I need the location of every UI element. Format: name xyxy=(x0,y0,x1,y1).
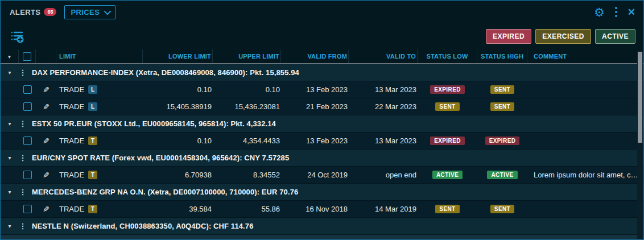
group-title: EUR/CNY SPOT RATE (Forex vwd, EU00014583… xyxy=(32,154,289,162)
row-spacer xyxy=(1,98,19,115)
column-header-status-low[interactable]: STATUS LOW xyxy=(418,49,477,63)
status-low-badge: EXPIRED xyxy=(430,85,465,94)
edit-pencil-icon[interactable]: ✎ xyxy=(43,102,49,111)
status-low-cell: SENT xyxy=(418,98,477,115)
lower-limit-cell: 6.70938 xyxy=(143,167,213,183)
table-row: ✎TRADEL15,405.3891915,436.2308121 Feb 20… xyxy=(1,98,643,115)
upper-limit-cell: 4,354.4433 xyxy=(213,133,281,149)
column-header-valid-from[interactable]: VALID FROM xyxy=(281,49,349,63)
limit-type-label: TRADE xyxy=(59,102,84,111)
vertical-scrollbar[interactable] xyxy=(637,51,643,239)
limit-tag-badge: L xyxy=(88,102,97,111)
valid-to-cell: 14 Mar 2019 xyxy=(349,201,418,217)
column-header-lower-limit[interactable]: LOWER LIMIT xyxy=(143,49,213,63)
edit-pencil-icon[interactable]: ✎ xyxy=(43,205,49,214)
group-kebab-icon[interactable]: ⋮ xyxy=(19,68,27,77)
valid-from-cell: 24 Oct 2019 xyxy=(281,167,349,183)
edit-pencil-icon[interactable]: ✎ xyxy=(43,136,49,146)
collapse-group-icon[interactable]: ▾ xyxy=(1,121,19,127)
upper-limit-cell: 15,436.23081 xyxy=(213,98,281,115)
group-title: MERCEDES-BENZ GRP NA O.N. (Xetra, DE0007… xyxy=(32,188,298,196)
limit-type-label: TRADE xyxy=(59,136,84,145)
collapse-group-icon[interactable]: ▾ xyxy=(1,189,19,195)
column-header-upper-limit[interactable]: UPPER LIMIT xyxy=(213,49,281,63)
lower-limit-cell: 0.10 xyxy=(143,133,213,149)
row-spacer xyxy=(1,133,19,149)
select-all-header[interactable] xyxy=(19,49,36,63)
view-selector-label: PRICES xyxy=(71,8,100,16)
status-high-cell: SENT xyxy=(477,201,527,217)
row-checkbox-cell xyxy=(19,81,36,98)
row-spacer xyxy=(1,167,19,183)
group-row[interactable]: ▾⋮NESTLE N (Switzerland, CH0038863350, A… xyxy=(1,217,643,234)
comment-cell xyxy=(527,81,643,98)
limit-cell: TRADET xyxy=(56,167,143,183)
status-low-cell: EXPIRED xyxy=(418,81,477,98)
row-checkbox[interactable] xyxy=(23,85,32,94)
limit-tag-badge: T xyxy=(88,205,97,213)
kebab-menu-icon[interactable] xyxy=(614,6,618,18)
scrollbar-thumb[interactable] xyxy=(638,52,642,143)
alert-count-badge: 65 xyxy=(44,8,56,16)
limit-cell: TRADEL xyxy=(56,98,143,115)
row-checkbox[interactable] xyxy=(23,102,32,111)
alerts-window: ALERTS 65 PRICES ⚙ ✕ xyxy=(0,0,644,240)
expand-all-header[interactable]: ▾ xyxy=(1,49,19,63)
limit-type-label: TRADE xyxy=(59,205,84,213)
row-edit-cell: ✎ xyxy=(36,98,56,115)
column-header-status-high[interactable]: STATUS HIGH xyxy=(477,49,527,63)
group-row[interactable]: ▾⋮ESTX 50 PR.EUR (STOXX Ltd., EU00096581… xyxy=(1,115,643,132)
edit-pencil-icon[interactable]: ✎ xyxy=(43,85,49,94)
comment-cell xyxy=(527,133,643,149)
comment-cell xyxy=(527,98,643,115)
status-low-badge: EXPIRED xyxy=(430,136,465,145)
column-header-valid-to[interactable]: VALID TO xyxy=(349,49,418,63)
row-edit-cell: ✎ xyxy=(36,81,56,98)
add-alert-list-icon[interactable] xyxy=(10,29,24,44)
status-low-badge: SENT xyxy=(435,205,459,213)
limit-tag-badge: T xyxy=(88,136,97,145)
upper-limit-cell: 55.86 xyxy=(213,201,281,217)
status-high-badge: SENT xyxy=(490,205,514,213)
group-kebab-icon[interactable]: ⋮ xyxy=(19,188,27,196)
status-low-cell: EXPIRED xyxy=(418,133,477,149)
group-kebab-icon[interactable]: ⋮ xyxy=(19,222,27,230)
edit-pencil-icon[interactable]: ✎ xyxy=(43,171,49,180)
filter-button-active[interactable]: ACTIVE xyxy=(595,29,635,44)
title-bar: ALERTS 65 PRICES ⚙ ✕ xyxy=(1,1,643,23)
group-row[interactable]: ▾⋮MERCEDES-BENZ GRP NA O.N. (Xetra, DE00… xyxy=(1,183,643,200)
valid-from-cell: 21 Feb 2023 xyxy=(281,98,349,115)
chevron-down-icon xyxy=(104,7,112,15)
valid-to-cell: open end xyxy=(349,167,418,183)
gear-icon[interactable]: ⚙ xyxy=(594,6,605,18)
select-all-checkbox[interactable] xyxy=(23,52,31,61)
lower-limit-cell: 39.584 xyxy=(143,201,213,217)
valid-to-cell: 13 Mar 2023 xyxy=(349,133,418,149)
valid-from-cell: 13 Feb 2023 xyxy=(281,81,349,98)
table-row: ✎TRADET39.58455.8616 Nov 201814 Mar 2019… xyxy=(1,200,643,217)
filter-button-expired[interactable]: EXPIRED xyxy=(486,29,531,44)
row-checkbox[interactable] xyxy=(23,171,32,179)
collapse-group-icon[interactable]: ▾ xyxy=(1,69,19,76)
limit-cell: TRADET xyxy=(56,201,143,217)
row-spacer xyxy=(1,201,19,217)
filter-button-exercised[interactable]: EXERCISED xyxy=(535,29,591,44)
group-kebab-icon[interactable]: ⋮ xyxy=(19,119,27,128)
group-kebab-icon[interactable]: ⋮ xyxy=(19,154,27,162)
collapse-group-icon[interactable]: ▾ xyxy=(1,155,19,161)
row-checkbox[interactable] xyxy=(23,136,32,145)
column-header-limit[interactable]: LIMIT xyxy=(56,49,143,63)
collapse-group-icon[interactable]: ▾ xyxy=(1,223,19,229)
group-row[interactable]: ▾⋮DAX PERFORMANCE-INDEX (Xetra, DE000846… xyxy=(1,64,643,81)
table-row: ✎TRADET0.104,354.443313 Feb 202313 Mar 2… xyxy=(1,132,643,149)
column-header-comment[interactable]: COMMENT xyxy=(527,49,643,63)
comment-cell xyxy=(527,201,643,217)
close-icon[interactable]: ✕ xyxy=(628,7,635,17)
row-checkbox[interactable] xyxy=(23,205,32,213)
view-selector-dropdown[interactable]: PRICES xyxy=(64,5,115,19)
status-high-badge: ACTIVE xyxy=(487,171,517,179)
row-checkbox-cell xyxy=(19,201,36,217)
toolbar: EXPIREDEXERCISEDACTIVE xyxy=(1,23,643,49)
group-row[interactable]: ▾⋮EUR/CNY SPOT RATE (Forex vwd, EU000145… xyxy=(1,149,643,166)
lower-limit-cell: 0.10 xyxy=(143,81,213,98)
